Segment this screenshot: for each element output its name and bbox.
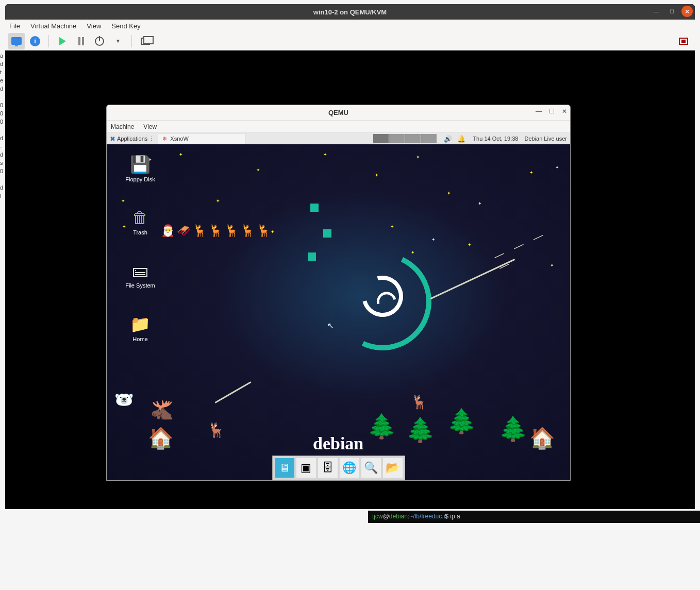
info-icon: i [30,36,40,46]
menu-virtual-machine[interactable]: Virtual Machine [30,22,76,30]
snow-particle: ✦ [323,152,327,157]
icon-label: Home [132,336,147,342]
pause-button[interactable] [73,33,89,49]
workspace-3[interactable] [405,134,421,143]
applications-menu-button[interactable]: ✖ Applications ⋮ [107,135,158,143]
snow-particle: ✦ [529,170,534,175]
clock[interactable]: Thu 14 Oct, 19:38 [470,136,521,142]
user-menu[interactable]: Debian Live user [521,136,570,142]
dock-app-finder[interactable]: 🔍 [361,458,381,478]
system-tray: 🔊 🔔 [440,135,470,143]
workspace-1[interactable] [373,134,389,143]
run-button[interactable] [54,33,71,49]
close-button[interactable] [681,6,693,17]
snapshots-button[interactable] [137,33,154,49]
inner-minimize-button[interactable]: — [536,108,542,115]
inner-menubar: Machine View [107,121,570,133]
term-host: debian [389,513,408,520]
vm-display-area: QEMU — ☐ ✕ Machine View ✖ Applications ⋮ [5,50,695,509]
menu-send-key[interactable]: Send Key [111,22,140,30]
workspace-4[interactable] [421,134,437,143]
snow-particle: ✦ [256,167,260,173]
minimize-button[interactable] [651,6,662,17]
icon-label: Trash [133,229,147,235]
xsnow-house: 🏠 [529,426,555,450]
show-details-button[interactable]: i [27,33,43,49]
xsnow-tree: 🌲 [447,407,476,435]
workspace-2[interactable] [389,134,405,143]
dock-show-desktop[interactable]: 🖥 [275,458,294,478]
power-icon [95,37,104,46]
show-console-button[interactable] [8,33,25,49]
xfce-logo-icon: ✖ [110,135,115,143]
maximize-button[interactable] [666,6,677,17]
desktop-icon-trash[interactable]: 🗑Trash [117,208,163,235]
xsnow-house: 🏠 [148,426,174,450]
trash-icon: 🗑 [117,208,163,227]
dock-web-browser[interactable]: 🌐 [340,458,359,478]
desktop-icons: 💾Floppy Disk 🗑Trash 🖴File System 📁Home [117,155,163,342]
snow-particle: ✦ [416,155,420,160]
wallpaper-line [215,381,252,403]
floppy-icon: 💾 [117,155,163,174]
xsnow-moose: 🫎 [151,399,174,421]
snow-particle: ✦ [271,229,275,234]
debian-swirl-logo [334,252,431,350]
chevron-down-icon: ▼ [115,38,121,44]
dock-terminal[interactable]: ▣ [296,458,316,478]
dock-home-folder[interactable]: 📂 [383,458,403,478]
inner-titlebar[interactable]: QEMU — ☐ ✕ [107,105,570,121]
icon-label: Floppy Disk [125,176,155,182]
xsnow-icon: ❄ [162,136,167,142]
snow-particle: ✦ [550,263,554,268]
snow-particle: ✦ [179,152,183,157]
folder-home-icon: 📁 [117,314,163,334]
host-terminal-strip[interactable]: tjcw@debian:~/lb/freeduc.i$ ip a [368,511,700,523]
inner-maximize-button[interactable]: ☐ [549,108,555,115]
snow-particle: ✦ [390,224,394,229]
term-user: tjcw [372,513,383,520]
qemu-window: QEMU — ☐ ✕ Machine View ✖ Applications ⋮ [106,105,571,481]
fullscreen-button[interactable] [675,33,692,49]
toolbar-separator [48,35,49,47]
term-command: ip a [450,513,460,520]
xfce-dock: 🖥 ▣ 🗄 🌐 🔍 📂 [272,456,405,480]
dock-file-manager[interactable]: 🗄 [318,458,338,478]
notifications-icon[interactable]: 🔔 [457,135,465,143]
icon-label: File System [125,282,155,289]
taskbar-item-xsnow[interactable]: ❄ XsnoW [158,133,245,144]
desktop-icon-floppy[interactable]: 💾Floppy Disk [117,155,163,182]
menu-view[interactable]: View [87,22,101,30]
xsnow-reindeer: 🦌 [207,422,225,439]
toolbar-separator [131,35,132,47]
outer-window-title: win10-2 on QEMU/KVM [5,8,695,16]
xsnow-santa-sleigh: 🎅🛷🦌🦌🦌🦌🦌 [161,224,273,238]
monitor-icon [11,37,22,45]
virt-manager-window: win10-2 on QEMU/KVM File Virtual Machine… [5,4,695,509]
snow-particle: ✦ [447,191,451,196]
xsnow-reindeer: 🦌 [411,394,427,410]
outer-toolbar: i ▼ [5,32,695,50]
play-icon [59,37,66,45]
menu-file[interactable]: File [9,22,20,30]
volume-icon[interactable]: 🔊 [444,135,452,143]
snapshots-icon [141,38,150,45]
pause-icon [78,37,84,45]
drive-icon: 🖴 [117,261,163,280]
inner-window-title: QEMU [107,109,570,116]
taskbar-item-label: XsnoW [170,136,188,142]
outer-menubar: File Virtual Machine View Send Key [5,20,695,32]
xfce-desktop[interactable]: ✦✦✦✦✦✦✦✦✦✦✦✦✦✦✦✦✦✦✦ — — — — debian 💾Flop… [107,144,570,480]
menu-separator-icon: ⋮ [149,136,155,142]
menu-view-inner[interactable]: View [143,123,157,130]
menu-machine[interactable]: Machine [111,123,134,130]
desktop-icon-filesystem[interactable]: 🖴File System [117,261,163,289]
desktop-icon-home[interactable]: 📁Home [117,314,163,342]
snow-particle: ✦ [468,242,472,247]
shutdown-button[interactable] [91,33,108,49]
term-path: ~/lb/freeduc.i [409,513,445,520]
shutdown-menu-button[interactable]: ▼ [110,33,126,49]
workspace-switcher[interactable] [373,134,437,143]
inner-close-button[interactable]: ✕ [562,108,567,115]
outer-titlebar[interactable]: win10-2 on QEMU/KVM [5,4,695,20]
